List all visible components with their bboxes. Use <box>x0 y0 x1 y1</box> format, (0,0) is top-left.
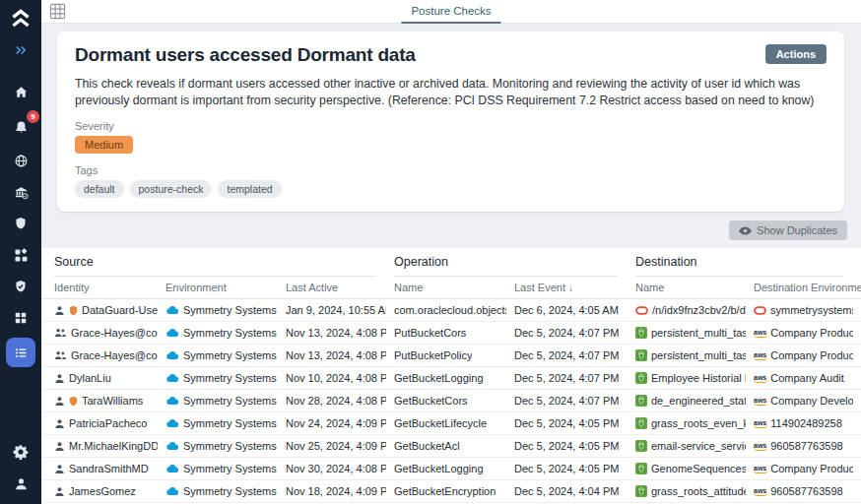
cell-identity: PatriciaPacheco <box>54 417 166 429</box>
salesforce-icon <box>166 418 179 428</box>
bank-check-icon[interactable] <box>6 177 35 207</box>
user-icon <box>54 396 65 407</box>
cell-dest-name: grass_roots_even_keeled <box>635 417 754 429</box>
cell-dest-environment: awsCompany Production <box>754 349 861 361</box>
cell-environment: Symmetry Systems D… <box>166 440 286 452</box>
tag-pill: posture-check <box>130 180 213 198</box>
s3-icon <box>635 372 647 384</box>
cell-dest-environment: aws114902489258 <box>754 417 861 429</box>
group-destination: Destination <box>635 255 843 277</box>
cell-op-name: GetBucketCors <box>394 395 514 407</box>
tab-label: Posture Checks <box>411 5 491 17</box>
s3-icon <box>635 440 647 452</box>
app-grid-icon[interactable] <box>49 3 66 20</box>
user-icon <box>54 418 65 429</box>
col-op-name[interactable]: Name <box>394 282 514 293</box>
table-row[interactable]: JamesGomezSymmetry Systems D…Nov 18, 202… <box>41 480 861 503</box>
cell-last-active: Nov 10, 2024, 4:08 PM <box>286 372 394 384</box>
salesforce-icon <box>166 373 179 383</box>
user-icon <box>54 441 65 452</box>
group-source: Source <box>54 255 376 277</box>
apps-icon[interactable] <box>6 240 35 270</box>
cell-dest-name: persistent_multi_tasking_… <box>635 349 754 361</box>
col-identity[interactable]: Identity <box>54 282 166 293</box>
expand-icon[interactable] <box>6 35 35 65</box>
salesforce-icon <box>166 486 179 496</box>
tag-pill: default <box>75 180 124 198</box>
actions-button[interactable]: Actions <box>765 44 827 64</box>
aws-icon: aws <box>754 374 766 383</box>
cell-last-event: Dec 5, 2024, 4:05 PM <box>514 463 635 474</box>
cell-last-event: Dec 5, 2024, 4:07 PM <box>514 372 635 384</box>
cell-identity: TaraWilliams <box>54 395 166 407</box>
tag-pill: templated <box>218 180 281 198</box>
shield-check-icon[interactable] <box>6 272 35 301</box>
cell-dest-environment: awsCompany Development <box>754 395 861 407</box>
home-icon[interactable] <box>6 77 35 106</box>
cell-dest-environment: awsCompany Production <box>754 463 861 474</box>
s3-icon <box>635 327 647 339</box>
cell-last-active: Nov 30, 2024, 4:08 PM <box>286 463 394 474</box>
cell-identity: DataGuard-User <box>54 304 166 316</box>
cell-dest-environment: aws960587763598 <box>754 440 861 452</box>
shield-flag-icon <box>69 305 78 316</box>
s3-icon <box>635 463 647 474</box>
salesforce-icon <box>166 396 179 406</box>
check-description: This check reveals if dormant users acce… <box>75 76 827 109</box>
table-row[interactable]: Grace-Hayes@company.comSymmetry Systems … <box>41 345 861 367</box>
table-row[interactable]: SandraSmithMDSymmetry Systems D…Nov 30, … <box>41 458 861 480</box>
col-environment[interactable]: Environment <box>166 282 286 293</box>
cell-op-name: com.oraclecloud.objectst… <box>394 304 514 316</box>
salesforce-icon <box>166 441 179 451</box>
table-column-header: Identity Environment Last Active Name La… <box>41 277 861 299</box>
cell-identity: JamesGomez <box>54 485 166 497</box>
cell-environment: Symmetry Systems D… <box>166 327 286 339</box>
shield-icon[interactable] <box>6 209 35 238</box>
sort-desc-icon: ↓ <box>568 283 573 293</box>
cell-environment: Symmetry Systems D… <box>166 417 286 429</box>
results-table: Source Operation Destination Identity En… <box>41 248 861 504</box>
globe-icon[interactable] <box>6 146 35 175</box>
cell-environment: Symmetry Systems D… <box>166 395 286 407</box>
cell-last-event: Dec 5, 2024, 4:04 PM <box>514 485 635 497</box>
cell-dest-name: /n/idx9fnz3cbv2/b/datagu… <box>635 304 754 316</box>
sidebar-item-posture-list[interactable] <box>6 338 35 367</box>
cell-identity: DylanLiu <box>54 372 166 384</box>
app-root: 9 <box>0 0 861 504</box>
table-row[interactable]: PatriciaPachecoSymmetry Systems D…Nov 24… <box>41 412 861 435</box>
cell-last-event: Dec 6, 2024, 4:05 AM <box>514 304 635 316</box>
aws-icon: aws <box>754 487 766 496</box>
col-last-event[interactable]: Last Event↓ <box>514 282 635 293</box>
group-icon <box>54 328 67 338</box>
content: Dormant users accessed Dormant data Acti… <box>41 24 861 504</box>
grid-icon[interactable] <box>6 303 35 333</box>
tab-posture-checks[interactable]: Posture Checks <box>401 0 500 24</box>
aws-icon: aws <box>754 419 766 428</box>
col-last-active[interactable]: Last Active <box>286 282 394 293</box>
user-icon[interactable] <box>6 469 35 498</box>
table-row[interactable]: Mr.MichaelKingDDSSymmetry Systems D…Nov … <box>41 435 861 458</box>
group-icon <box>54 350 67 360</box>
s3-icon <box>635 349 647 361</box>
salesforce-icon <box>166 464 179 473</box>
cell-dest-name: de_engineered_static_pro… <box>635 395 754 407</box>
user-icon <box>54 373 65 384</box>
table-row[interactable]: TaraWilliamsSymmetry Systems D…Nov 28, 2… <box>41 390 861 412</box>
table-row[interactable]: DylanLiuSymmetry Systems D…Nov 10, 2024,… <box>41 367 861 390</box>
show-duplicates-button[interactable]: Show Duplicates <box>729 220 847 240</box>
col-dest-name[interactable]: Name <box>635 282 754 293</box>
gear-icon[interactable] <box>6 437 35 467</box>
col-dest-environment[interactable]: Destination Environment <box>754 282 861 293</box>
table-row[interactable]: DataGuard-UserSymmetry Systems D…Jan 9, … <box>41 299 861 322</box>
bell-icon[interactable]: 9 <box>6 112 35 142</box>
cell-last-event: Dec 5, 2024, 4:07 PM <box>514 327 635 339</box>
user-icon <box>54 464 65 474</box>
page-title: Dormant users accessed Dormant data <box>75 44 416 66</box>
cell-dest-name: email-service_service <box>635 440 754 452</box>
s3-icon <box>635 485 647 497</box>
table-row[interactable]: Grace-Hayes@company.comSymmetry Systems … <box>41 322 861 345</box>
cell-dest-name: grass_roots_attitude_orie… <box>635 485 754 497</box>
show-duplicates-label: Show Duplicates <box>757 224 837 236</box>
cell-environment: Symmetry Systems D… <box>166 463 286 474</box>
cell-identity: SandraSmithMD <box>54 463 166 474</box>
